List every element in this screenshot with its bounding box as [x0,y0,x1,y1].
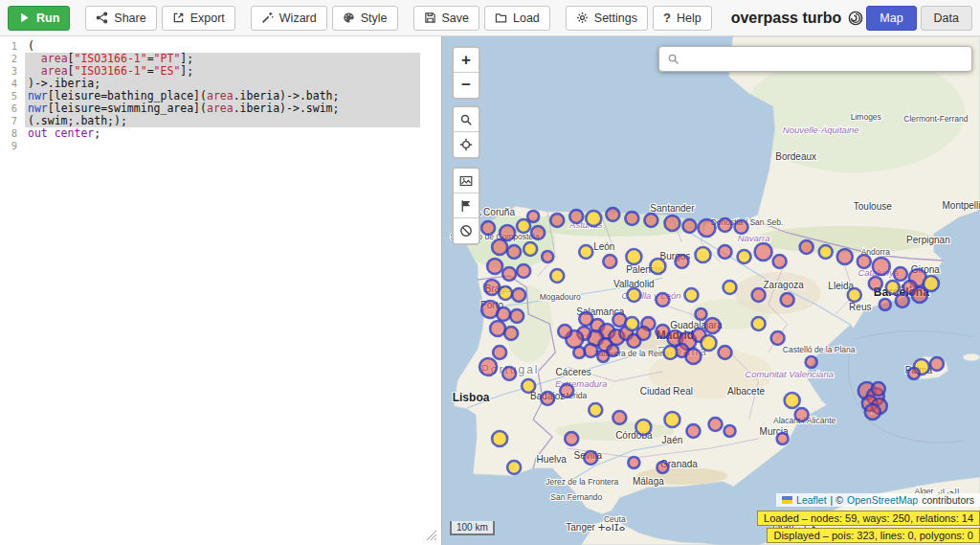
poi-marker[interactable] [492,431,507,446]
poi-marker[interactable] [806,356,817,368]
poi-marker[interactable] [635,420,651,435]
poi-marker[interactable] [625,317,638,330]
poi-marker[interactable] [704,318,720,333]
poi-marker[interactable] [685,349,701,364]
poi-marker[interactable] [579,245,592,259]
poi-marker[interactable] [512,288,525,302]
help-button[interactable]: ? Help [653,6,712,31]
poi-marker[interactable] [719,346,732,359]
poi-marker[interactable] [682,219,696,233]
map-search-input[interactable] [685,53,964,66]
poi-marker[interactable] [644,214,657,227]
poi-marker[interactable] [527,211,539,222]
settings-button[interactable]: Settings [566,6,648,31]
poi-marker[interactable] [896,294,909,307]
poi-marker[interactable] [502,267,516,281]
poi-marker[interactable] [657,462,668,473]
image-export-button[interactable] [454,169,479,193]
poi-marker[interactable] [773,255,787,268]
load-button[interactable]: Load [484,6,550,31]
poi-marker[interactable] [606,208,619,221]
resize-handle[interactable] [426,530,437,541]
poi-marker[interactable] [550,214,564,227]
poi-marker[interactable] [719,218,732,232]
poi-marker[interactable] [656,293,669,307]
poi-marker[interactable] [684,288,698,302]
map-panel[interactable]: FranceEspañaPortugalLimogesClermont-Ferr… [442,36,980,545]
poi-marker[interactable] [626,249,641,264]
flag-button[interactable] [454,193,479,218]
poi-marker[interactable] [894,267,907,281]
poi-marker[interactable] [612,411,626,424]
poi-marker[interactable] [504,327,518,340]
poi-marker[interactable] [479,358,497,375]
poi-marker[interactable] [522,379,535,393]
code-editor[interactable]: 1(2 area["ISO3166-1"="PT"];3 area["ISO31… [0,36,442,545]
poi-marker[interactable] [695,247,710,262]
poi-marker[interactable] [584,451,597,465]
poi-marker[interactable] [869,277,882,290]
poi-marker[interactable] [628,457,639,468]
locate-button[interactable] [454,132,479,157]
poi-marker[interactable] [560,384,573,397]
poi-marker[interactable] [531,226,545,239]
poi-marker[interactable] [607,345,618,356]
poi-marker[interactable] [872,382,885,396]
poi-marker[interactable] [880,299,891,310]
poi-marker[interactable] [755,243,772,261]
poi-marker[interactable] [542,251,553,262]
poi-marker[interactable] [625,212,638,225]
poi-marker[interactable] [664,216,679,231]
poi-marker[interactable] [708,418,722,431]
poi-marker[interactable] [795,408,809,421]
poi-marker[interactable] [800,240,813,254]
poi-marker[interactable] [627,288,640,302]
poi-marker[interactable] [569,210,583,223]
clear-map-button[interactable] [454,218,479,243]
poi-marker[interactable] [819,245,833,259]
poi-marker[interactable] [724,425,736,437]
poi-marker[interactable] [497,307,510,321]
poi-marker[interactable] [523,242,537,256]
poi-marker[interactable] [589,403,602,417]
poi-marker[interactable] [586,211,601,226]
poi-marker[interactable] [701,335,716,351]
poi-marker[interactable] [499,286,512,300]
poi-marker[interactable] [492,239,507,255]
poi-marker[interactable] [484,280,500,295]
poi-marker[interactable] [502,367,516,380]
leaflet-link[interactable]: Leaflet [796,494,827,506]
poi-marker[interactable] [858,255,871,268]
run-button[interactable]: Run [8,6,70,31]
zoom-in-button[interactable]: + [454,48,479,73]
poi-marker[interactable] [558,325,571,338]
share-button[interactable]: Share [85,6,156,31]
poi-marker[interactable] [636,327,650,340]
poi-marker[interactable] [777,433,789,444]
map-search-button[interactable] [454,107,479,132]
poi-marker[interactable] [930,357,944,371]
poi-marker[interactable] [912,287,927,303]
poi-marker[interactable] [738,250,751,263]
poi-marker[interactable] [507,461,521,474]
poi-marker[interactable] [493,346,506,359]
poi-marker[interactable] [517,264,530,278]
poi-marker[interactable] [785,393,800,408]
poi-marker[interactable] [481,221,495,235]
tab-map[interactable]: Map [866,6,916,31]
poi-marker[interactable] [771,331,785,345]
poi-marker[interactable] [886,281,900,294]
poi-marker[interactable] [848,288,861,302]
poi-marker[interactable] [724,281,737,294]
poi-marker[interactable] [865,404,880,420]
save-button[interactable]: Save [413,6,480,31]
poi-marker[interactable] [541,392,554,405]
poi-marker[interactable] [752,288,766,302]
poi-marker[interactable] [510,309,523,323]
export-button[interactable]: Export [162,6,235,31]
poi-marker[interactable] [873,258,890,275]
poi-marker[interactable] [550,269,564,283]
map-canvas[interactable]: FranceEspañaPortugalLimogesClermont-Ferr… [442,36,980,545]
poi-marker[interactable] [663,346,677,359]
geocoder-searchbox[interactable] [658,46,972,72]
